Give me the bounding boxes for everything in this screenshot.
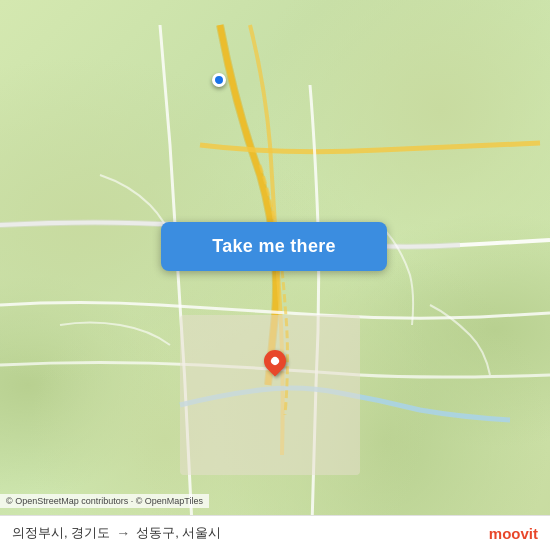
bottom-bar: 의정부시, 경기도 → 성동구, 서울시 moovit xyxy=(0,515,550,550)
route-destination: 성동구, 서울시 xyxy=(136,524,221,542)
roads-layer xyxy=(0,0,550,550)
route-info: 의정부시, 경기도 → 성동구, 서울시 xyxy=(12,524,221,542)
map-container: Take me there © OpenStreetMap contributo… xyxy=(0,0,550,550)
map-attribution: © OpenStreetMap contributors · © OpenMap… xyxy=(0,494,209,508)
route-origin: 의정부시, 경기도 xyxy=(12,524,110,542)
route-summary: 의정부시, 경기도 → 성동구, 서울시 moovit xyxy=(12,524,538,542)
origin-marker xyxy=(212,73,226,87)
button-label: Take me there xyxy=(212,236,336,257)
svg-rect-0 xyxy=(180,315,360,475)
route-arrow: → xyxy=(116,525,130,541)
moovit-brand: moovit xyxy=(489,525,538,542)
take-me-there-button[interactable]: Take me there xyxy=(161,222,387,271)
